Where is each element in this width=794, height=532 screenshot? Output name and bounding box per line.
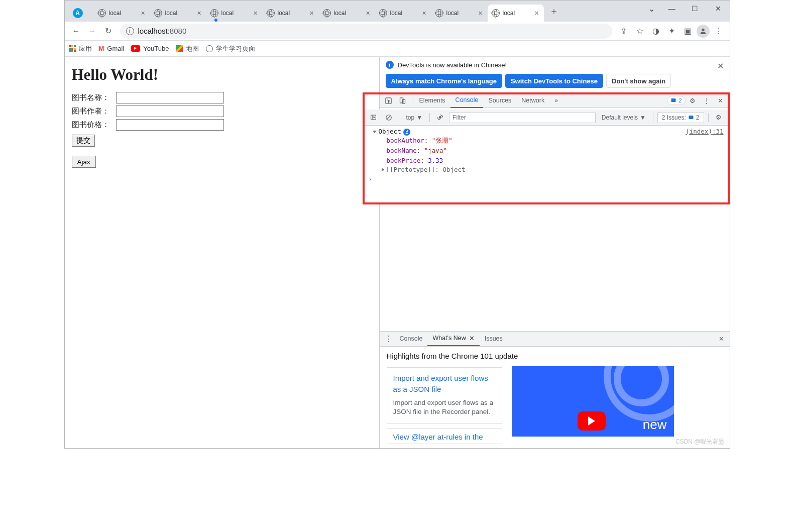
tab-title: local	[334, 10, 361, 17]
globe-icon	[492, 9, 500, 17]
back-button[interactable]: ←	[69, 24, 84, 39]
extension-1-icon[interactable]: ◑	[648, 24, 663, 39]
browser-window: A local× local× local× local× local× loc…	[64, 0, 730, 449]
gmail-icon: M	[99, 45, 104, 52]
close-icon[interactable]: ×	[308, 9, 316, 17]
address-bar[interactable]: i localhost:8080	[120, 24, 612, 39]
page-heading: Hello World!	[72, 66, 372, 84]
tab-3[interactable]: local×	[206, 5, 263, 22]
bookname-input[interactable]	[116, 92, 224, 103]
close-icon[interactable]: ×	[477, 9, 485, 17]
tab-1[interactable]: local×	[94, 5, 150, 22]
globe-icon	[435, 9, 443, 17]
live-expression-icon[interactable]	[434, 112, 446, 124]
whatsnew-card-1[interactable]: Import and export user flows as a JSON f…	[387, 367, 502, 424]
console-toolbar: top ▼ Default levels ▼ 2 Issues: 2 ⚙	[365, 110, 728, 126]
promo-new-label: new	[643, 417, 667, 433]
globe-icon	[379, 9, 387, 17]
close-icon[interactable]: ×	[195, 9, 203, 17]
site-info-icon[interactable]: i	[126, 27, 134, 35]
tab-title: local	[503, 10, 530, 17]
console-object[interactable]: Objecti bookAuthor: "张珊" bookName: "java…	[368, 128, 724, 173]
info-icon[interactable]: i	[403, 129, 410, 136]
console-prompt[interactable]: ›	[368, 173, 724, 183]
bookmark-student[interactable]: 学生学习页面	[206, 44, 255, 53]
whatsnew-card-2[interactable]: View @layer at-rules in the	[387, 428, 502, 444]
close-icon[interactable]: ×	[139, 9, 147, 17]
banner-switch-chinese-button[interactable]: Switch DevTools to Chinese	[505, 74, 603, 88]
reload-button[interactable]: ↻	[101, 24, 116, 39]
close-icon[interactable]: ✕	[469, 335, 475, 342]
close-icon[interactable]: ×	[364, 9, 372, 17]
drawer-menu-icon[interactable]: ⋮	[383, 334, 395, 344]
tab-7[interactable]: local×	[431, 5, 488, 22]
clear-console-icon[interactable]	[383, 112, 395, 124]
drawer-tab-console[interactable]: Console	[395, 331, 428, 346]
devtools-drawer: ⋮ Console What's New✕ Issues ✕ Highlight…	[380, 331, 730, 448]
submit-button[interactable]: 提交	[72, 135, 95, 147]
console-filter-input[interactable]	[449, 112, 596, 123]
console-levels-select[interactable]: Default levels ▼	[599, 114, 649, 121]
expand-arrow-icon[interactable]	[373, 131, 377, 133]
tabs-overflow-icon[interactable]: ⌄	[643, 1, 660, 16]
banner-always-match-button[interactable]: Always match Chrome's language	[386, 74, 502, 88]
profile-avatar[interactable]	[697, 25, 710, 38]
bookprice-input[interactable]	[116, 119, 224, 131]
console-context-select[interactable]: top ▼	[403, 114, 426, 121]
tab-4[interactable]: local×	[263, 5, 319, 22]
tab-title: local	[109, 10, 136, 17]
tab-title: local	[221, 10, 249, 17]
console-output[interactable]: (index):31 Objecti bookAuthor: "张珊" book…	[365, 126, 728, 202]
card-desc: Import and export user flows as a JSON f…	[393, 398, 496, 416]
drawer-body: Highlights from the Chrome 101 update Im…	[380, 347, 730, 448]
bookmark-youtube[interactable]: YouTube	[131, 45, 169, 52]
tab-app[interactable]: A	[69, 5, 94, 22]
close-icon[interactable]: ×	[533, 9, 541, 17]
menu-icon[interactable]: ⋮	[711, 24, 726, 39]
tab-5[interactable]: local×	[319, 5, 375, 22]
tab-2[interactable]: local×	[150, 5, 206, 22]
close-icon[interactable]: ×	[420, 9, 428, 17]
bookmark-star-icon[interactable]: ☆	[632, 24, 647, 39]
share-icon[interactable]: ⇪	[616, 24, 631, 39]
bookmark-apps[interactable]: 应用	[69, 44, 92, 53]
drawer-tab-issues[interactable]: Issues	[480, 331, 508, 346]
bookmark-gmail[interactable]: MGmail	[99, 45, 125, 52]
close-icon[interactable]: ×	[252, 9, 260, 17]
console-issues-button[interactable]: 2 Issues: 2	[657, 112, 704, 123]
window-controls: ⌄ — ☐ ✕	[643, 1, 730, 17]
forward-button[interactable]: →	[85, 24, 100, 39]
tab-8-active[interactable]: local×	[488, 5, 544, 22]
window-close-button[interactable]: ✕	[707, 1, 730, 16]
object-prototype[interactable]: [[Prototype]]: Object	[373, 166, 724, 173]
drawer-tab-whatsnew[interactable]: What's New✕	[427, 331, 479, 346]
globe-icon	[154, 9, 162, 17]
content-area: Hello World! 图书名称： 图书作者： 图书价格： 提交 Ajax i…	[65, 57, 730, 448]
ajax-button[interactable]: Ajax	[72, 156, 96, 168]
extensions-icon[interactable]: ✦	[664, 24, 679, 39]
maps-icon	[176, 45, 183, 52]
bookname-label: 图书名称：	[72, 93, 113, 102]
globe-icon	[210, 9, 218, 17]
whatsnew-promo[interactable]: new	[512, 366, 674, 437]
banner-dont-show-button[interactable]: Don't show again	[606, 74, 671, 88]
banner-close-icon[interactable]: ✕	[716, 61, 726, 71]
maximize-button[interactable]: ☐	[684, 1, 707, 16]
expand-arrow-icon[interactable]	[382, 168, 384, 172]
tab-6[interactable]: local×	[375, 5, 431, 22]
info-icon: i	[386, 61, 394, 69]
tab-title: local	[390, 10, 417, 17]
console-sidebar-toggle-icon[interactable]	[368, 112, 380, 124]
new-tab-button[interactable]: ＋	[547, 4, 561, 18]
bookauthor-input[interactable]	[116, 105, 224, 117]
minimize-button[interactable]: —	[660, 1, 684, 16]
drawer-close-icon[interactable]: ✕	[717, 334, 727, 344]
youtube-play-icon[interactable]	[578, 411, 606, 431]
page-content: Hello World! 图书名称： 图书作者： 图书价格： 提交 Ajax	[65, 57, 380, 448]
card-title: Import and export user flows as a JSON f…	[393, 373, 496, 395]
console-settings-icon[interactable]: ⚙	[713, 112, 725, 124]
bookmark-maps[interactable]: 地图	[176, 44, 199, 53]
globe-icon	[98, 9, 106, 17]
bookauthor-label: 图书作者：	[72, 107, 113, 116]
sidepanel-icon[interactable]: ▣	[680, 24, 696, 39]
